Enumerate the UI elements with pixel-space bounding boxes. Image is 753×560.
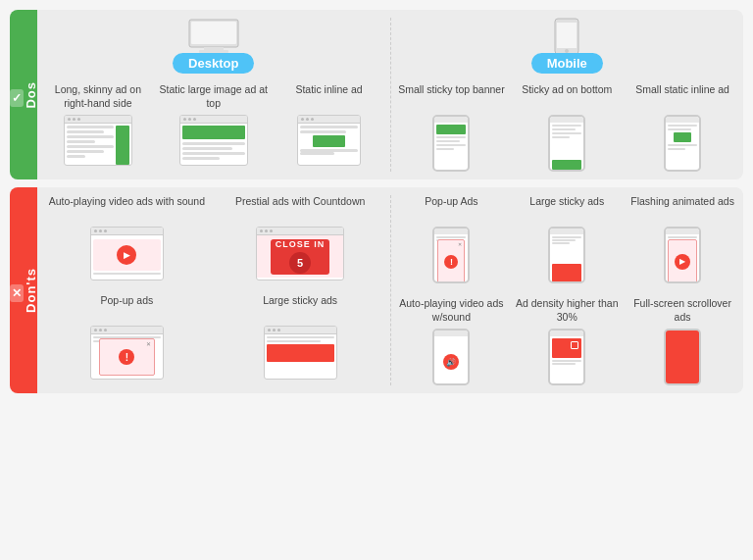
donts-mobile-half: Pop-up Ads ✕ !: [391, 195, 738, 385]
ad-item-ad-density: Ad density higher than 30%: [512, 297, 622, 385]
svg-rect-2: [204, 47, 224, 50]
donts-text: Don'ts: [24, 268, 38, 313]
ad-item-auto-play-mobile: Auto-playing video ads w/sound 🔊: [397, 297, 507, 385]
desktop-device-wrapper: Desktop: [173, 18, 254, 74]
desktop-icon: [184, 18, 243, 55]
dos-desktop-half: Desktop Long, skinny ad on right-hand si…: [43, 18, 391, 172]
close-in-box: CLOSE IN 5: [271, 239, 329, 275]
ad-label-small-static-inline: Small static inline ad: [635, 83, 729, 111]
ad-item-popup-ads-mobile: Pop-up Ads ✕ !: [397, 195, 507, 283]
ad-label-large-sticky-mobile: Large sticky ads: [529, 195, 604, 223]
donts-section: Don'ts ✕ Auto-playing video ads with sou…: [10, 187, 743, 393]
ad-mock-large-sticky-mobile: [548, 227, 585, 283]
play-icon: ▶: [117, 245, 136, 265]
ad-mock-sticky-bottom: [548, 115, 585, 172]
popup-exclamation: !: [444, 255, 458, 269]
density-block: [552, 338, 581, 358]
ad-item-large-sticky-mobile: Large sticky ads: [512, 195, 622, 283]
donts-desktop-half: Auto-playing video ads with sound ▶: [43, 195, 391, 385]
ad-label-popup-ads-mobile: Pop-up Ads: [425, 195, 477, 223]
ad-item-large-sticky-ads: Large sticky ads: [217, 294, 384, 380]
ad-item-static-inline: Static inline ad: [275, 83, 384, 166]
ad-item-fullscreen: Full-screen scrollover ads: [628, 297, 737, 385]
dos-desktop-ads-row: Long, skinny ad on right-hand side: [43, 83, 384, 166]
desktop-header: Desktop: [43, 18, 384, 74]
ad-label-sticky-bottom: Sticky ad on bottom: [522, 83, 612, 111]
ad-label-large-sticky-ads: Large sticky ads: [263, 294, 337, 322]
ad-mock-small-sticky-top: [432, 115, 470, 172]
ad-mock-prestial-countdown: CLOSE IN 5: [256, 227, 344, 280]
donts-label: Don'ts ✕: [10, 187, 37, 393]
ad-item-long-skinny: Long, skinny ad on right-hand side: [43, 83, 153, 166]
ad-mock-popup-ads-mobile: ✕ !: [432, 227, 470, 283]
ad-item-prestial-countdown: Prestial ads with Countdown CLOSE IN 5: [217, 195, 384, 280]
ad-item-static-large-top: Static large image ad at top: [159, 83, 269, 166]
dos-mobile-ads-row: Small sticky top banner: [397, 83, 738, 172]
ad-label-auto-play-mobile: Auto-playing video ads w/sound: [397, 297, 507, 325]
ad-mock-static-large-top: [179, 115, 248, 166]
dos-icon: ✓: [10, 89, 24, 107]
large-sticky-red: [552, 264, 581, 283]
ad-mock-auto-play-video: ▶: [90, 227, 164, 280]
ad-label-small-sticky-top: Small sticky top banner: [398, 83, 505, 111]
play-icon-flashing: ▶: [675, 254, 690, 270]
dos-content: Desktop Long, skinny ad on right-hand si…: [37, 10, 743, 179]
donts-mobile-ads-row1: Pop-up Ads ✕ !: [397, 195, 738, 283]
ad-label-ad-density: Ad density higher than 30%: [512, 297, 622, 325]
ad-label-long-skinny: Long, skinny ad on right-hand side: [43, 83, 153, 111]
ad-mock-static-inline: [297, 115, 361, 166]
svg-rect-1: [191, 22, 236, 44]
ad-item-small-static-inline: Small static inline ad: [628, 83, 737, 172]
close-in-countdown: 5: [289, 252, 311, 274]
exclamation-icon: !: [119, 349, 134, 365]
ad-mock-long-skinny: [64, 115, 132, 166]
flashing-overlay: ▶: [668, 239, 697, 283]
ad-label-fullscreen: Full-screen scrollover ads: [628, 297, 737, 325]
popup-window: ✕ !: [99, 338, 155, 376]
dos-section: Dos ✓ Desktop: [10, 10, 743, 179]
mobile-device-wrapper: Mobile: [531, 18, 603, 74]
donts-desktop-ads-row2: Pop-up ads ✕ !: [43, 294, 384, 380]
desktop-chip: Desktop: [173, 53, 254, 74]
svg-rect-5: [557, 23, 577, 48]
ad-item-auto-play-video: Auto-playing video ads with sound ▶: [43, 195, 211, 280]
ad-mock-auto-play-mobile: 🔊: [432, 329, 470, 385]
ad-mock-popup-ads: ✕ !: [90, 326, 164, 380]
close-in-label: CLOSE IN: [276, 239, 326, 249]
dos-text: Dos: [24, 81, 38, 109]
ad-item-small-sticky-top: Small sticky top banner: [397, 83, 507, 172]
donts-content: Auto-playing video ads with sound ▶: [37, 187, 743, 393]
popup-overlay-mobile: ✕ !: [437, 239, 465, 283]
ad-label-static-large-top: Static large image ad at top: [159, 83, 269, 111]
ad-mock-ad-density: [548, 329, 585, 385]
ad-label-static-inline: Static inline ad: [295, 83, 362, 111]
ad-mock-small-static-inline: [664, 115, 701, 172]
ad-item-sticky-bottom: Sticky ad on bottom: [512, 83, 622, 172]
dos-mobile-half: Mobile Small sticky top banner: [391, 18, 738, 172]
donts-desktop-ads-row1: Auto-playing video ads with sound ▶: [43, 195, 384, 280]
ad-mock-flashing-animated: ▶: [664, 227, 701, 283]
mobile-icon: [553, 18, 580, 55]
mobile-chip: Mobile: [531, 53, 603, 74]
mobile-header: Mobile: [397, 18, 738, 74]
ad-item-flashing-animated: Flashing animated ads ▶: [628, 195, 737, 283]
ad-label-auto-play-video: Auto-playing video ads with sound: [49, 195, 205, 223]
ad-label-prestial-countdown: Prestial ads with Countdown: [235, 195, 366, 223]
ad-item-popup-ads: Pop-up ads ✕ !: [43, 294, 211, 380]
donts-mobile-ads-row2: Auto-playing video ads w/sound 🔊 Ad dens…: [397, 297, 738, 385]
sound-icon: 🔊: [443, 354, 459, 370]
donts-icon: ✕: [10, 284, 24, 302]
ad-mock-fullscreen: [664, 329, 701, 385]
dos-label: Dos ✓: [10, 10, 37, 179]
ad-mock-large-sticky-ads: [264, 326, 337, 380]
main-container: Dos ✓ Desktop: [0, 0, 753, 403]
ad-label-flashing-animated: Flashing animated ads: [630, 195, 734, 223]
ad-label-popup-ads: Pop-up ads: [101, 294, 154, 322]
